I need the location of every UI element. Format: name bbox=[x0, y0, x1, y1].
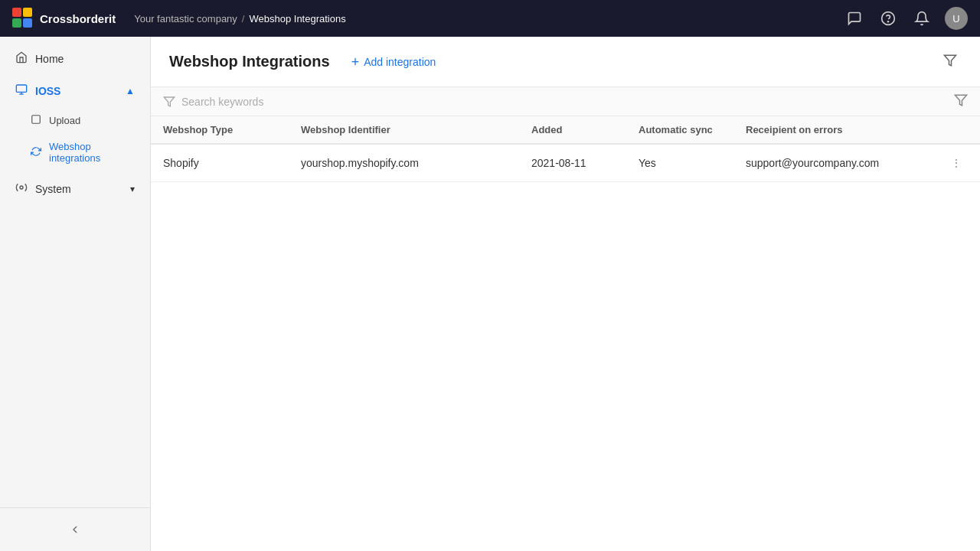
integrations-table: Webshop Type Webshop Identifier Added Au… bbox=[151, 116, 980, 182]
header-filter-button[interactable] bbox=[939, 49, 962, 74]
table-row: Shopify yourshop.myshopify.com 2021-08-1… bbox=[151, 144, 980, 182]
collapse-icon bbox=[69, 523, 81, 536]
home-icon bbox=[15, 51, 28, 67]
cell-actions: ⋮ bbox=[933, 144, 980, 182]
cell-type: Shopify bbox=[151, 144, 289, 182]
col-header-sync: Automatic sync bbox=[626, 116, 733, 144]
sync-icon bbox=[31, 146, 41, 159]
sidebar-subitem-webshop-integrations[interactable]: Webshop integrations bbox=[3, 135, 147, 170]
notifications-icon bbox=[914, 11, 929, 26]
help-icon bbox=[880, 11, 896, 26]
svg-rect-6 bbox=[16, 85, 26, 92]
app-name: Crossborderit bbox=[40, 12, 116, 25]
breadcrumb-parent[interactable]: Your fantastic company bbox=[134, 13, 237, 24]
system-icon bbox=[15, 181, 28, 197]
svg-rect-1 bbox=[23, 8, 32, 17]
cell-sync: Yes bbox=[626, 144, 733, 182]
search-filter-icon bbox=[954, 93, 968, 107]
sidebar-collapse-btn[interactable] bbox=[64, 519, 86, 540]
ioss-chevron-icon: ▲ bbox=[126, 86, 135, 96]
col-header-recipient: Receipient on errors bbox=[733, 116, 933, 144]
table-body: Shopify yourshop.myshopify.com 2021-08-1… bbox=[151, 144, 980, 182]
row-actions-button[interactable]: ⋮ bbox=[945, 154, 968, 172]
system-chevron-icon: ▾ bbox=[130, 184, 135, 194]
ioss-icon bbox=[15, 83, 28, 99]
col-header-added: Added bbox=[519, 116, 626, 144]
sidebar: Home IOSS ▲ Upload bbox=[0, 37, 151, 551]
plus-icon: + bbox=[351, 55, 360, 69]
search-input[interactable] bbox=[181, 96, 948, 108]
table-wrapper: Webshop Type Webshop Identifier Added Au… bbox=[151, 116, 980, 551]
app-logo[interactable]: Crossborderit bbox=[12, 8, 116, 29]
svg-point-10 bbox=[20, 186, 23, 189]
help-icon-btn[interactable] bbox=[877, 8, 899, 29]
breadcrumb-separator: / bbox=[242, 13, 245, 24]
add-integration-label: Add integration bbox=[364, 56, 436, 68]
search-filter-button[interactable] bbox=[954, 93, 968, 109]
col-header-actions bbox=[933, 116, 980, 144]
search-icon bbox=[163, 96, 175, 108]
sidebar-item-system-label: System bbox=[35, 183, 71, 195]
chat-icon bbox=[847, 11, 862, 26]
topnav-right: U bbox=[844, 7, 968, 30]
cell-added: 2021-08-11 bbox=[519, 144, 626, 182]
sidebar-item-ioss[interactable]: IOSS ▲ bbox=[3, 76, 147, 106]
sidebar-subitem-webshop-label: Webshop integrations bbox=[49, 141, 135, 164]
sidebar-item-system[interactable]: System ▾ bbox=[3, 174, 147, 204]
sidebar-item-home[interactable]: Home bbox=[3, 44, 147, 74]
topnav: Crossborderit Your fantastic company / W… bbox=[0, 0, 980, 37]
table-header-row: Webshop Type Webshop Identifier Added Au… bbox=[151, 116, 980, 144]
sidebar-subitem-upload-label: Upload bbox=[49, 115, 80, 126]
svg-rect-9 bbox=[32, 116, 41, 124]
sidebar-item-ioss-label: IOSS bbox=[35, 85, 60, 97]
col-header-identifier: Webshop Identifier bbox=[289, 116, 519, 144]
sidebar-item-home-label: Home bbox=[35, 53, 64, 65]
chat-icon-btn[interactable] bbox=[844, 8, 865, 29]
upload-icon bbox=[31, 114, 41, 127]
svg-marker-12 bbox=[164, 97, 174, 106]
cell-identifier: yourshop.myshopify.com bbox=[289, 144, 519, 182]
filter-icon bbox=[943, 54, 957, 67]
breadcrumb: Your fantastic company / Webshop Integra… bbox=[134, 13, 346, 24]
avatar[interactable]: U bbox=[945, 7, 968, 30]
page-header-right bbox=[939, 49, 962, 74]
sidebar-subitem-upload[interactable]: Upload bbox=[3, 108, 147, 133]
breadcrumb-current: Webshop Integrations bbox=[249, 13, 345, 24]
logo-icon bbox=[12, 8, 34, 29]
page-header: Webshop Integrations + Add integration bbox=[151, 37, 980, 87]
svg-marker-11 bbox=[945, 55, 956, 66]
add-integration-button[interactable]: + Add integration bbox=[342, 51, 446, 73]
cell-recipient: support@yourcompany.com bbox=[733, 144, 933, 182]
layout: Home IOSS ▲ Upload bbox=[0, 37, 980, 551]
svg-rect-3 bbox=[23, 18, 32, 28]
sidebar-footer bbox=[0, 507, 150, 551]
page-title: Webshop Integrations bbox=[169, 53, 330, 70]
main-content: Webshop Integrations + Add integration bbox=[151, 37, 980, 551]
col-header-type: Webshop Type bbox=[151, 116, 289, 144]
notifications-icon-btn[interactable] bbox=[911, 8, 933, 29]
search-bar bbox=[151, 87, 980, 116]
svg-rect-2 bbox=[12, 18, 21, 28]
svg-marker-13 bbox=[956, 95, 967, 106]
svg-rect-0 bbox=[12, 8, 21, 17]
